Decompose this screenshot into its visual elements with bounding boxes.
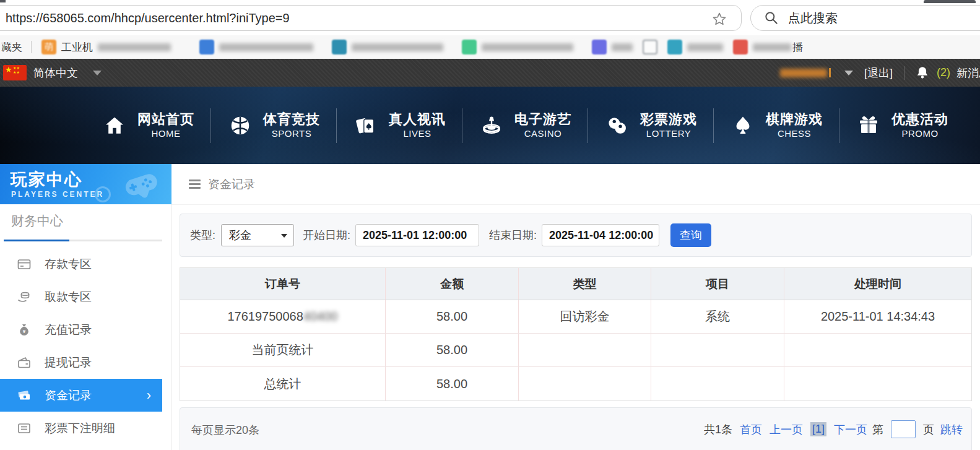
notification-label: 新消息 — [956, 66, 980, 80]
jump-button[interactable]: 跳转 — [940, 422, 963, 437]
sidebar-item-recharge-record[interactable]: ¥ 充值记录 — [0, 313, 171, 346]
bookmark-favicon — [667, 40, 682, 54]
bookmark-item[interactable] — [667, 40, 723, 54]
nav-item-promo[interactable]: 优惠活动PROMO — [842, 111, 962, 139]
end-date-input[interactable]: 2025-11-04 12:00:00 — [542, 224, 659, 246]
sidebar-item-fund-record[interactable]: 资金记录 › — [0, 379, 162, 412]
pagination-bar: 每页显示20条 共1条 首页 上一页 [1] 下一页 第 页 跳转 — [180, 407, 972, 450]
wallet-icon — [17, 355, 32, 370]
tab-corner-left — [0, 0, 6, 2]
nav-label-zh: 体育竞技 — [263, 111, 320, 128]
nav-item-lottery[interactable]: 彩票游戏LOTTERY — [591, 111, 711, 139]
empty-cell — [519, 334, 651, 366]
bell-icon[interactable] — [914, 65, 930, 81]
chevron-down-icon[interactable] — [844, 71, 853, 76]
table-header-row: 订单号 金额 类型 项目 处理时间 — [180, 268, 971, 300]
language-label: 简体中文 — [33, 66, 78, 80]
bookmark-star-icon[interactable] — [711, 11, 727, 30]
bookmark-favicon — [332, 40, 347, 54]
amount-cell: 58.00 — [386, 300, 519, 333]
current-page[interactable]: [1] — [810, 422, 826, 436]
next-page-link[interactable]: 下一页 — [834, 422, 867, 437]
empty-cell — [651, 334, 784, 366]
nav-label-zh: 真人视讯 — [389, 111, 446, 128]
sidebar-menu: 存款专区 取款专区 ¥ 充值记录 提现记录 资金记录 › — [0, 248, 171, 444]
summary-label-cell: 总统计 — [180, 367, 386, 400]
logout-button[interactable]: [退出] — [864, 66, 893, 80]
nav-label-en: LOTTERY — [646, 128, 691, 140]
type-select[interactable]: 彩金 — [221, 224, 294, 246]
nav-label-zh: 网站首页 — [137, 111, 194, 128]
bookmark-favicon — [643, 40, 657, 54]
nav-label-zh: 电子游艺 — [514, 111, 571, 128]
lottery-balls-icon — [604, 113, 630, 139]
column-header: 订单号 — [180, 268, 386, 300]
url-text[interactable]: https://658065.com/hhcp/usercenter.html?… — [6, 11, 290, 25]
notifications[interactable]: (2) 新消息 — [937, 66, 980, 80]
page-jump-input[interactable] — [891, 420, 916, 438]
sidebar-item-lottery-bet-detail[interactable]: 彩票下注明细 — [0, 412, 171, 444]
nav-item-lives[interactable]: 真人视讯LIVES — [339, 111, 459, 139]
bookmarks-folder-label[interactable]: 藏夹 — [1, 40, 22, 54]
gamepad-icon — [115, 168, 163, 204]
language-selector[interactable]: 简体中文 — [33, 59, 102, 87]
bookmark-item[interactable]: 播 — [733, 40, 803, 54]
sidebar-item-deposit[interactable]: 存款专区 — [0, 248, 171, 280]
bookmark-item[interactable]: 萌 工业机 — [41, 40, 171, 54]
search-box[interactable]: 点此搜索 — [750, 5, 980, 31]
sidebar-header: 玩家中心 PLAYERS CENTER — [0, 164, 171, 204]
nav-label-en: CHESS — [778, 128, 811, 140]
empty-cell — [784, 367, 971, 400]
start-date-input[interactable]: 2025-11-01 12:00:00 — [355, 224, 479, 246]
blurred-bookmark-text — [753, 43, 791, 51]
page-size-label: 每页显示20条 — [191, 423, 259, 438]
sidebar-item-label: 资金记录 — [45, 387, 92, 404]
column-header: 处理时间 — [784, 268, 971, 300]
blurred-username[interactable] — [780, 69, 827, 77]
gift-icon — [856, 113, 882, 139]
first-page-link[interactable]: 首页 — [740, 422, 762, 437]
section-underline — [4, 240, 162, 241]
sidebar-item-withdraw[interactable]: 取款专区 — [0, 280, 171, 313]
bookmark-item[interactable] — [199, 40, 313, 54]
nav-divider — [588, 108, 588, 143]
decorative-circle — [95, 186, 111, 202]
bookmark-item[interactable] — [592, 40, 633, 54]
nav-item-chess[interactable]: 棋牌游戏CHESS — [716, 111, 836, 139]
nav-label-en: LIVES — [403, 128, 431, 140]
bookmark-item[interactable] — [332, 40, 443, 54]
prev-page-link[interactable]: 上一页 — [770, 422, 803, 437]
bookmark-favicon — [733, 40, 748, 54]
filter-bar: 类型: 彩金 开始日期: 2025-11-01 12:00:00 结束日期: 2… — [180, 214, 972, 257]
order-number-visible: 17619750068 — [228, 309, 303, 324]
bookmark-item[interactable] — [462, 40, 573, 54]
nav-item-sports[interactable]: 体育竞技SPORTS — [214, 111, 334, 139]
url-bar[interactable]: https://658065.com/hhcp/usercenter.html?… — [0, 5, 742, 31]
divider — [904, 66, 904, 80]
order-number-blurred: 40400 — [303, 309, 338, 324]
blurred-bookmark-text — [98, 43, 171, 51]
sidebar-item-withdrawal-record[interactable]: 提现记录 — [0, 346, 171, 379]
search-input[interactable]: 点此搜索 — [788, 10, 838, 27]
search-button[interactable]: 查询 — [670, 223, 711, 247]
amount-cell: 58.00 — [386, 367, 519, 400]
sidebar-item-label: 取款专区 — [45, 289, 92, 305]
bookmark-item[interactable] — [643, 40, 657, 54]
nav-item-casino[interactable]: 电子游艺CASINO — [465, 111, 585, 139]
hand-money-icon — [17, 290, 32, 305]
user-actions: [退出] (2) 新消息 — [780, 59, 980, 87]
sidebar-item-label: 存款专区 — [45, 256, 92, 272]
nav-item-home[interactable]: 网站首页HOME — [88, 111, 208, 139]
blurred-bookmark-text — [352, 43, 443, 51]
chevron-down-icon — [281, 234, 287, 238]
table-summary-row: 当前页统计 58.00 — [180, 334, 971, 367]
empty-cell — [651, 367, 784, 400]
notification-count: (2) — [937, 66, 950, 79]
total-count: 共1条 — [704, 422, 732, 437]
money-bag-icon: ¥ — [17, 322, 32, 337]
sidebar-item-label: 彩票下注明细 — [45, 420, 115, 436]
nav-label-en: CASINO — [524, 128, 562, 140]
nav-label-zh: 彩票游戏 — [640, 111, 697, 128]
blurred-bookmark-text — [219, 43, 313, 51]
chevron-down-icon — [93, 71, 102, 76]
